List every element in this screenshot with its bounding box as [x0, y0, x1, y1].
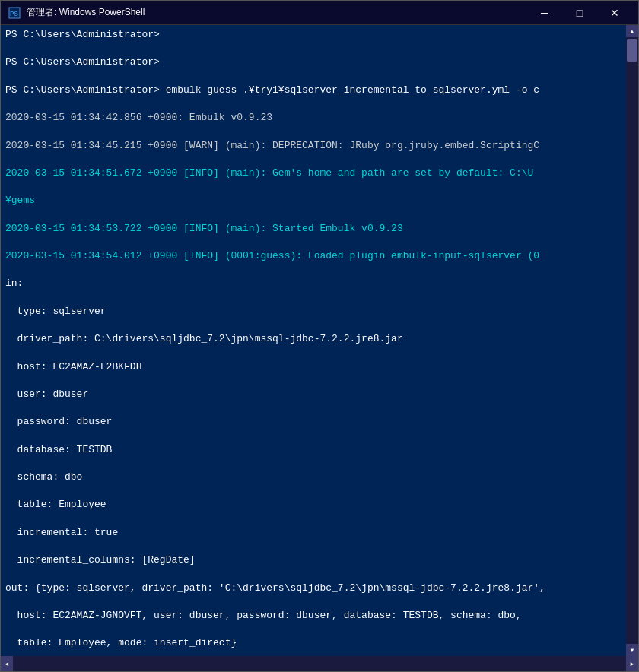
terminal-line: PS C:\Users\Administrator>	[5, 28, 622, 42]
terminal-line: incremental_columns: [RegDate]	[5, 553, 622, 567]
powershell-window: PS 管理者: Windows PowerShell ─ □ ✕ PS C:\U…	[0, 0, 639, 672]
horizontal-scrollbar[interactable]: ◄ ►	[1, 656, 638, 671]
svg-text:PS: PS	[10, 11, 18, 18]
scroll-track[interactable]	[626, 37, 638, 644]
terminal-line: password: dbuser	[5, 415, 622, 429]
terminal-line: PS C:\Users\Administrator> embulk guess …	[5, 84, 622, 97]
terminal-line: host: EC2AMAZ-JGNOVFT, user: dbuser, pas…	[5, 609, 622, 623]
titlebar-controls: ─ □ ✕	[527, 1, 632, 25]
minimize-button[interactable]: ─	[527, 1, 562, 25]
terminal-line: out: {type: sqlserver, driver_path: 'C:\…	[5, 582, 622, 595]
terminal-line: driver_path: C:\drivers\sqljdbc_7.2\jpn\…	[5, 332, 622, 346]
terminal-line: 2020-03-15 01:34:54.012 +0900 [INFO] (00…	[5, 249, 622, 263]
maximize-button[interactable]: □	[562, 1, 597, 25]
titlebar-icon: PS	[7, 5, 22, 21]
terminal-line: host: EC2AMAZ-L2BKFDH	[5, 360, 622, 374]
scroll-up-arrow[interactable]: ▲	[626, 25, 638, 37]
terminal-line: 2020-03-15 01:34:53.722 +0900 [INFO] (ma…	[5, 222, 622, 236]
terminal-line: 2020-03-15 01:34:51.672 +0900 [INFO] (ma…	[5, 166, 622, 180]
scroll-right-arrow[interactable]: ►	[626, 656, 638, 671]
terminal-line: ¥gems	[5, 194, 622, 208]
terminal-line: 2020-03-15 01:34:45.215 +0900 [WARN] (ma…	[5, 139, 622, 153]
vertical-scrollbar[interactable]: ▲ ▼	[626, 25, 638, 656]
close-button[interactable]: ✕	[597, 1, 632, 25]
terminal-line: incremental: true	[5, 526, 622, 540]
terminal-line: in:	[5, 277, 622, 290]
terminal-line: type: sqlserver	[5, 305, 622, 319]
scroll-down-arrow[interactable]: ▼	[626, 644, 638, 656]
terminal-line: user: dbuser	[5, 388, 622, 401]
terminal-line: database: TESTDB	[5, 443, 622, 457]
terminal-line: 2020-03-15 01:34:42.856 +0900: Embulk v0…	[5, 111, 622, 125]
titlebar-title: 管理者: Windows PowerShell	[27, 6, 527, 19]
titlebar: PS 管理者: Windows PowerShell ─ □ ✕	[1, 1, 638, 25]
content-area: PS C:\Users\Administrator> PS C:\Users\A…	[1, 25, 638, 656]
terminal-line: schema: dbo	[5, 471, 622, 484]
terminal-output[interactable]: PS C:\Users\Administrator> PS C:\Users\A…	[1, 25, 626, 656]
terminal-line: table: Employee, mode: insert_direct}	[5, 636, 622, 650]
scroll-thumb[interactable]	[627, 39, 637, 62]
horizontal-scroll-track[interactable]	[13, 656, 626, 671]
terminal-line: table: Employee	[5, 498, 622, 512]
scroll-left-arrow[interactable]: ◄	[1, 656, 13, 671]
terminal-line: PS C:\Users\Administrator>	[5, 55, 622, 69]
